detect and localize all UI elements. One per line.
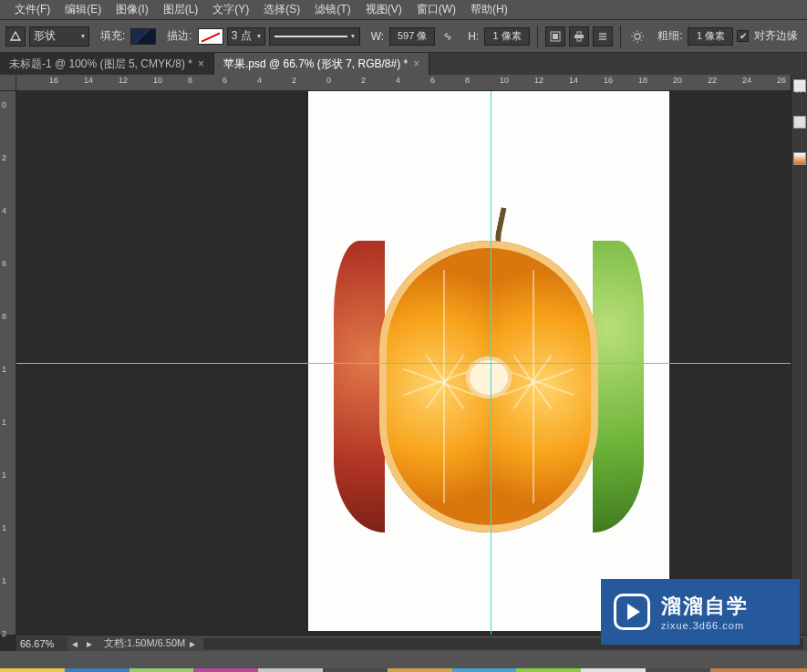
menu-help[interactable]: 帮助(H) xyxy=(463,2,515,17)
options-bar: 形状 ▾ 填充: 描边: 3 点 ▾ ▾ W: H: 粗细: ✔ 对齐边缘 xyxy=(0,20,807,53)
canvas-area[interactable] xyxy=(16,91,791,635)
menu-edit[interactable]: 编辑(E) xyxy=(57,2,109,17)
scroll-right-icon[interactable]: ▸ xyxy=(82,636,97,651)
divider xyxy=(537,26,538,47)
play-icon xyxy=(614,594,650,630)
artboard xyxy=(308,91,669,631)
guide-horizontal[interactable] xyxy=(16,363,791,364)
zoom-value: 66.67% xyxy=(20,638,54,649)
document-tab[interactable]: 苹果.psd @ 66.7% (形状 7, RGB/8#) * × xyxy=(214,53,429,75)
width-label: W: xyxy=(371,30,384,43)
stroke-width-value: 3 点 xyxy=(232,28,252,44)
right-panel-label: 颜 xyxy=(794,80,807,96)
tab-label: 未标题-1 @ 100% (图层 5, CMYK/8) * xyxy=(9,57,192,72)
taskbar-strip xyxy=(0,668,807,672)
menu-window[interactable]: 窗口(W) xyxy=(409,2,463,17)
tab-label: 苹果.psd @ 66.7% (形状 7, RGB/8#) * xyxy=(223,57,408,72)
dock-gradient-swatch[interactable] xyxy=(792,151,807,166)
align-edges-label: 对齐边缘 xyxy=(754,28,798,44)
chevron-down-icon: ▾ xyxy=(351,32,355,40)
watermark-url: zixue.3d66.com xyxy=(661,620,749,631)
close-icon[interactable]: × xyxy=(198,57,204,70)
dock-swatch[interactable] xyxy=(792,115,807,129)
shape-mode-label: 形状 xyxy=(34,28,56,44)
right-dock xyxy=(791,75,807,635)
watermark-title: 溜溜自学 xyxy=(661,593,749,620)
stroke-label: 描边: xyxy=(167,28,191,44)
gear-icon[interactable] xyxy=(628,27,647,46)
document-tab-bar: 未标题-1 @ 100% (图层 5, CMYK/8) * × 苹果.psd @… xyxy=(0,53,807,75)
fill-label: 填充: xyxy=(100,28,125,44)
divider xyxy=(620,26,621,47)
canvas-image xyxy=(334,213,644,542)
svg-rect-1 xyxy=(553,34,558,39)
thickness-label: 粗细: xyxy=(657,28,682,44)
chevron-down-icon: ▾ xyxy=(257,32,261,40)
align-edges-checkbox[interactable]: ✔ xyxy=(737,30,749,42)
scroll-left-icon[interactable]: ◂ xyxy=(67,636,82,651)
stroke-width-dropdown[interactable]: 3 点 ▾ xyxy=(227,27,265,46)
menu-image[interactable]: 图像(I) xyxy=(109,2,155,17)
menu-file[interactable]: 文件(F) xyxy=(7,2,57,17)
close-icon[interactable]: × xyxy=(413,57,419,70)
watermark: 溜溜自学 zixue.3d66.com xyxy=(601,579,800,645)
height-input[interactable] xyxy=(484,27,530,46)
svg-rect-2 xyxy=(574,35,584,38)
fill-swatch[interactable] xyxy=(130,28,156,45)
width-input[interactable] xyxy=(389,27,435,46)
thickness-input[interactable] xyxy=(688,27,733,46)
link-wh-icon[interactable] xyxy=(439,27,457,46)
workspace: 16141210864202468101214161820222426 0246… xyxy=(0,75,807,651)
doc-size-label: 文档:1.50M/6.50M xyxy=(104,636,185,650)
menu-view[interactable]: 视图(V) xyxy=(358,2,409,17)
menu-type[interactable]: 文字(Y) xyxy=(205,2,256,17)
chevron-down-icon: ▾ xyxy=(81,32,85,40)
ruler-horizontal[interactable]: 16141210864202468101214161820222426 xyxy=(16,75,791,91)
zoom-field[interactable]: 66.67% xyxy=(16,636,67,651)
ruler-vertical[interactable]: 02468111112 xyxy=(0,91,16,635)
menu-bar: 文件(F) 编辑(E) 图像(I) 图层(L) 文字(Y) 选择(S) 滤镜(T… xyxy=(0,0,807,20)
shape-tool-icon[interactable] xyxy=(5,26,26,47)
stroke-style-dropdown[interactable]: ▾ xyxy=(269,27,360,46)
ruler-origin[interactable] xyxy=(0,75,16,91)
scroll-right-icon[interactable]: ▸ xyxy=(185,636,200,651)
menu-filter[interactable]: 滤镜(T) xyxy=(307,2,357,17)
stroke-swatch[interactable] xyxy=(198,28,223,45)
apple-skin-left xyxy=(334,241,385,532)
stroke-style-preview xyxy=(274,36,347,37)
svg-point-4 xyxy=(635,34,640,39)
path-arrange-icon[interactable] xyxy=(569,26,589,47)
shape-mode-dropdown[interactable]: 形状 ▾ xyxy=(29,26,89,47)
apple-skin-right xyxy=(593,241,644,532)
menu-select[interactable]: 选择(S) xyxy=(256,2,307,17)
height-label: H: xyxy=(468,30,479,43)
path-align-icon[interactable] xyxy=(545,26,565,47)
menu-layer[interactable]: 图层(L) xyxy=(156,2,206,17)
path-order-icon[interactable] xyxy=(593,26,613,47)
document-tab[interactable]: 未标题-1 @ 100% (图层 5, CMYK/8) * × xyxy=(0,53,214,75)
